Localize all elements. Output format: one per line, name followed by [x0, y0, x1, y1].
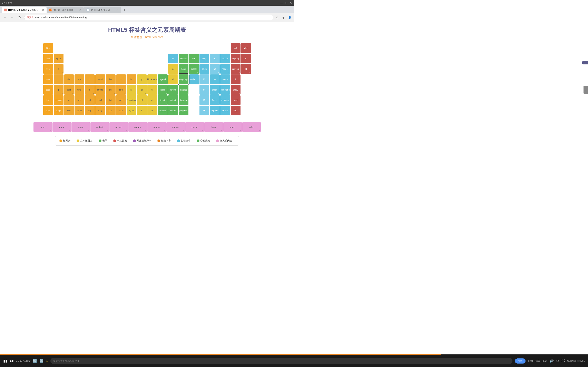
- bookmark-icon[interactable]: ☆: [275, 15, 280, 20]
- cell-footer[interactable]: footer•: [210, 95, 220, 105]
- cell-dt[interactable]: dt•: [147, 95, 157, 105]
- cell-keygen[interactable]: keygen•: [179, 95, 189, 105]
- cell-pre[interactable]: pre•: [168, 64, 178, 74]
- cell-label[interactable]: label•: [158, 85, 168, 95]
- tab-html5[interactable]: H HTML5 元素标签含义大全(元素… ✕: [2, 7, 47, 13]
- cell-div[interactable]: div•: [168, 54, 178, 63]
- tab-close-html5[interactable]: ✕: [42, 8, 44, 11]
- cell-code[interactable]: code•: [116, 106, 126, 115]
- cell-wbr[interactable]: wbr•: [116, 95, 126, 105]
- cell-link[interactable]: link•: [43, 95, 53, 105]
- cell-samp[interactable]: samp•: [75, 106, 84, 115]
- cell-meter[interactable]: meter•: [179, 64, 189, 74]
- cell-ol[interactable]: ol•: [168, 75, 178, 84]
- cell-head[interactable]: head•: [43, 54, 53, 63]
- cell-em[interactable]: em•: [75, 75, 84, 84]
- cell-dfn[interactable]: dfn•: [64, 75, 74, 84]
- cell-bdo[interactable]: bdo•: [106, 106, 116, 115]
- new-tab-button[interactable]: +: [122, 7, 126, 13]
- tab-close-taobao[interactable]: ✕: [79, 8, 81, 11]
- cell-h5[interactable]: h5•: [199, 95, 209, 105]
- media-cell-source[interactable]: source•: [147, 122, 166, 132]
- media-cell-param[interactable]: param•: [129, 122, 147, 132]
- cell-hr[interactable]: hr•: [127, 85, 136, 95]
- media-cell-canvas[interactable]: canvas•: [185, 122, 204, 132]
- cell-tfoot[interactable]: tfoot•: [231, 106, 241, 115]
- cell-col[interactable]: col•: [231, 43, 241, 53]
- cell-html[interactable]: html•: [43, 43, 53, 53]
- profile-icon[interactable]: 👤: [287, 15, 292, 20]
- cell-details[interactable]: details•: [220, 106, 230, 115]
- cell-h4[interactable]: h4•: [199, 85, 209, 95]
- cell-dl[interactable]: dl•: [147, 85, 157, 95]
- cell-datalist[interactable]: datalist•: [179, 85, 189, 95]
- forward-button[interactable]: →: [9, 15, 15, 20]
- media-cell-area[interactable]: area•: [52, 122, 71, 132]
- cell-ol[interactable]: ol•: [137, 85, 147, 95]
- media-cell-img[interactable]: img•: [34, 122, 52, 132]
- cell-meta[interactable]: meta•: [43, 75, 53, 84]
- cell-time[interactable]: time•: [75, 85, 84, 95]
- refresh-button[interactable]: ↻: [17, 15, 22, 20]
- cell-title[interactable]: title•: [43, 64, 53, 74]
- cell-small[interactable]: small•: [95, 75, 105, 84]
- extension-icon[interactable]: ◆: [281, 15, 286, 20]
- cell-table[interactable]: table•: [241, 43, 251, 53]
- cell-span[interactable]: span•: [54, 54, 63, 63]
- tab-html-file[interactable]: 📄 04_HTML语法.html ✕: [84, 7, 121, 13]
- cell-aside[interactable]: aside•: [199, 64, 209, 74]
- cell-figure[interactable]: figure•: [127, 106, 136, 115]
- cell-figcaption[interactable]: figcaption•: [127, 95, 136, 105]
- cell-script[interactable]: script•: [54, 106, 63, 115]
- cell-caption[interactable]: caption•: [231, 64, 241, 74]
- cell-a[interactable]: a•: [54, 64, 63, 74]
- maximize-button[interactable]: □: [285, 1, 287, 4]
- cell-th[interactable]: th•: [231, 75, 241, 84]
- cell-style[interactable]: style•: [43, 106, 53, 115]
- tab-close-html-file[interactable]: ✕: [116, 8, 118, 11]
- cell-nav[interactable]: nav•: [210, 75, 220, 84]
- cell-tbody[interactable]: tbody•: [231, 85, 241, 95]
- cell-i[interactable]: i•: [85, 75, 95, 84]
- cell-p[interactable]: p•: [137, 75, 147, 84]
- cell-menu[interactable]: menu•: [220, 75, 230, 84]
- cell-br[interactable]: br•: [127, 75, 136, 84]
- address-input[interactable]: 不安全 www.html5star.com/manual/html5label-…: [24, 15, 273, 20]
- cell-progress[interactable]: progress•: [179, 106, 189, 115]
- cell-article[interactable]: article•: [210, 85, 220, 95]
- media-cell-track[interactable]: track•: [204, 122, 223, 132]
- cell-header[interactable]: header•: [220, 64, 230, 74]
- cell-optgroup[interactable]: optgroup•: [179, 75, 189, 84]
- cell-ins[interactable]: ins•: [106, 75, 116, 84]
- cell-blockquote[interactable]: blockquote•: [147, 75, 157, 84]
- cell-strong[interactable]: strong•: [95, 85, 105, 95]
- cell-sub[interactable]: sub•: [85, 95, 95, 105]
- cell-select[interactable]: select•: [189, 64, 199, 74]
- cell-output[interactable]: output•: [168, 95, 178, 105]
- close-button[interactable]: ✕: [290, 1, 292, 4]
- cell-body[interactable]: body•: [199, 54, 209, 63]
- cell-s[interactable]: s•: [116, 75, 126, 84]
- cell-thead[interactable]: thead•: [231, 95, 241, 105]
- cell-summary[interactable]: summary•: [220, 95, 230, 105]
- cell-option[interactable]: option•: [168, 85, 178, 95]
- cell-rp[interactable]: rp•: [54, 85, 63, 95]
- cell-textarea[interactable]: textarea•: [158, 106, 168, 115]
- media-cell-embed[interactable]: embed•: [90, 122, 109, 132]
- cell-td[interactable]: td•: [241, 64, 251, 74]
- cell-q[interactable]: q•: [64, 95, 74, 105]
- cell-dd[interactable]: dd•: [147, 106, 157, 115]
- cell-sup[interactable]: sup•: [85, 106, 95, 115]
- cell-legend[interactable]: legend•: [158, 75, 168, 84]
- cell-bdi[interactable]: bdi•: [106, 95, 116, 105]
- back-button[interactable]: ←: [2, 15, 8, 20]
- media-cell-map[interactable]: map•: [71, 122, 90, 132]
- cell-h2[interactable]: h2•: [210, 64, 220, 74]
- cell-base[interactable]: base•: [43, 85, 53, 95]
- media-cell-iframe[interactable]: iframe•: [166, 122, 185, 132]
- cell-noscript[interactable]: noscript•: [54, 95, 63, 105]
- cell-mark[interactable]: mark•: [95, 95, 105, 105]
- cell-ruby[interactable]: ruby•: [95, 106, 105, 115]
- cell-li[interactable]: li•: [137, 106, 147, 115]
- cell-kbd[interactable]: kbd•: [116, 85, 126, 95]
